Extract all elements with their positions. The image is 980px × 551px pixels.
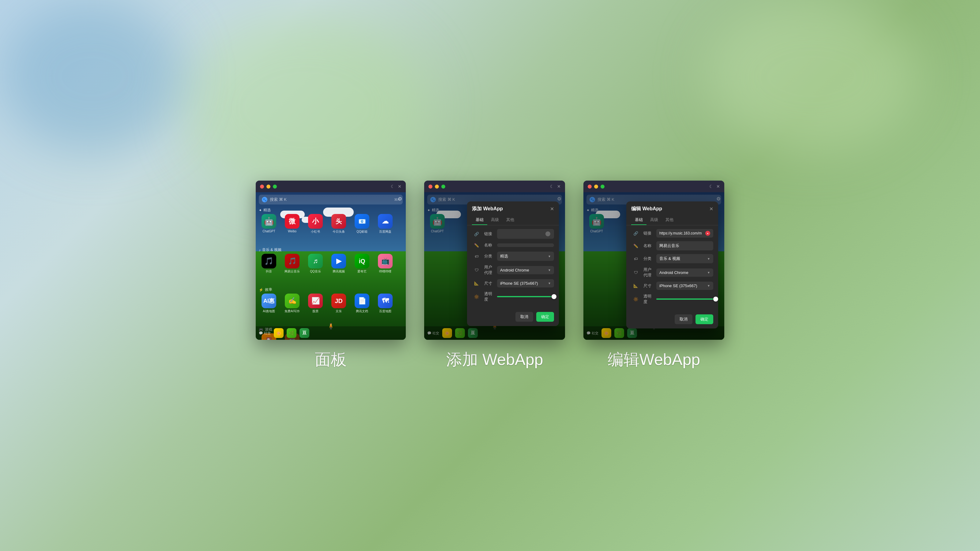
app-name-9: QQ音乐 (310, 269, 321, 274)
close-btn-1[interactable] (260, 184, 264, 189)
link-toggle-add[interactable] (540, 231, 551, 237)
edit-tab-other[interactable]: 其他 (662, 215, 677, 225)
opacity-fill-edit (656, 299, 713, 300)
panel-label-2: 添加 WebApp (446, 349, 543, 370)
app-grid-music-1: 🎵 抖音 🎵 网易云音乐 ♬ QQ音乐 ▶ (256, 254, 406, 274)
add-confirm-button[interactable]: 确定 (536, 312, 554, 322)
panel-2-wrapper: ☾ ✕ 🐾 搜索 ⌘ K ⚙ ✦ 精选 (424, 181, 565, 370)
app-name-15: 股票 (312, 309, 318, 313)
size-arrow-add: ▼ (548, 282, 551, 285)
size-value-add: iPhone SE (375x667) (500, 281, 538, 286)
link-input-add[interactable] (497, 229, 554, 239)
edit-opacity-row: 🔆 透明度 (631, 294, 713, 305)
app-name-14: 免费AI写作 (285, 309, 299, 313)
list-item[interactable]: ▶ 腾讯视频 (328, 254, 350, 274)
add-dialog-title: 添加 WebApp (472, 206, 503, 212)
add-dialog-tabs: 基础 高级 其他 (467, 215, 559, 225)
url-field-edit[interactable]: https://y.music.163.com/m ● (656, 229, 713, 238)
list-item[interactable]: 📈 股票 (305, 294, 326, 313)
ua-arrow-edit: ▼ (707, 271, 710, 274)
app-name-2: Weibo (288, 230, 296, 233)
size-select-add[interactable]: iPhone SE (375x667) ▼ (497, 279, 554, 287)
minimize-btn-2[interactable] (435, 184, 439, 189)
list-item[interactable]: 微 Weibo (282, 214, 303, 234)
list-item[interactable]: 📄 腾讯文档 (351, 294, 373, 313)
add-tab-advanced[interactable]: 高级 (487, 215, 503, 225)
app-icon-bili-1: 📺 (378, 254, 393, 268)
music-icon-1: ♪ (259, 248, 261, 252)
opacity-thumb-edit[interactable] (713, 297, 718, 302)
maximize-btn-2[interactable] (441, 184, 445, 189)
list-item[interactable]: AI惠 AI惠地图 (258, 294, 280, 313)
add-dialog-close-button[interactable]: ✕ (550, 206, 554, 212)
opacity-icon-edit: 🔆 (631, 297, 640, 302)
list-item[interactable]: JD 京东 (328, 294, 350, 313)
search-bar-1[interactable]: 🐾 搜索 ⌘ K ⌘K (259, 195, 403, 205)
close-icon-1[interactable]: ✕ (398, 184, 401, 189)
close-btn-3[interactable] (588, 184, 592, 189)
category-select-edit[interactable]: 音乐 & 视频 ▼ (656, 254, 713, 263)
add-size-row: 📐 尺寸 iPhone SE (375x667) ▼ (472, 279, 554, 287)
size-select-edit[interactable]: iPhone SE (375x667) ▼ (656, 282, 713, 290)
window-content-3: 🐾 搜索 ⌘ K ⚙ ✦ 精选 🤖 ChatGPT (584, 192, 724, 340)
add-opacity-row: 🔆 透明度 (472, 291, 554, 302)
edit-cancel-button[interactable]: 取消 (675, 314, 692, 324)
close-icon-3[interactable]: ✕ (716, 184, 720, 189)
list-item[interactable]: 📧 QQ邮箱 (351, 214, 373, 234)
dock-app-1[interactable]: 🌼 (274, 328, 283, 338)
size-arrow-edit: ▼ (707, 284, 710, 287)
main-container: ☾ ✕ 🐾 搜索 ⌘ K ⌘K ⚙ (256, 181, 724, 370)
section-efficiency-1: ⚡ 效率 AI惠 AI惠地图 ✍ 免费AI写作 📈 (256, 287, 406, 313)
list-item[interactable]: 🗺 百度地图 (375, 294, 396, 313)
app-icon-tv-1: ▶ (331, 254, 346, 268)
app-icon-stock-1: 📈 (308, 294, 323, 308)
url-clear-icon-edit[interactable]: ● (705, 231, 710, 236)
name-icon-add: ✏️ (472, 243, 481, 248)
minimize-btn-3[interactable] (594, 184, 598, 189)
settings-icon-1[interactable]: ⚙ (398, 196, 402, 202)
edit-dialog-close-button[interactable]: ✕ (709, 206, 713, 212)
add-tab-basic[interactable]: 基础 (472, 215, 487, 225)
efficiency-label-1: 效率 (265, 287, 272, 292)
ua-select-edit[interactable]: Android Chrome ▼ (656, 268, 713, 277)
app-name-8: 网易云音乐 (285, 269, 300, 274)
opacity-label-edit: 透明度 (643, 294, 653, 305)
app-icon-qqm-1: ♬ (308, 254, 323, 268)
list-item[interactable]: ♬ QQ音乐 (305, 254, 326, 274)
list-item[interactable]: iQ 爱奇艺 (351, 254, 373, 274)
maximize-btn-3[interactable] (601, 184, 605, 189)
edit-confirm-button[interactable]: 确定 (695, 314, 713, 324)
app-name-5: QQ邮箱 (356, 230, 368, 234)
app-name-17: 腾讯文档 (356, 309, 368, 313)
dock-app-2[interactable]: 🌿 (286, 328, 296, 338)
list-item[interactable]: ✍ 免费AI写作 (282, 294, 303, 313)
maximize-btn-1[interactable] (273, 184, 277, 189)
opacity-thumb-add[interactable] (552, 294, 557, 299)
add-tab-other[interactable]: 其他 (503, 215, 518, 225)
edit-tab-advanced[interactable]: 高级 (646, 215, 662, 225)
app-icon-weibo-1: 微 (285, 214, 299, 229)
list-item[interactable]: 小 小红书 (305, 214, 326, 234)
name-input-add[interactable] (497, 243, 554, 247)
dock-app-3[interactable]: 豆 (299, 328, 309, 338)
minimize-btn-1[interactable] (266, 184, 270, 189)
opacity-slider-edit[interactable] (656, 299, 713, 300)
opacity-slider-add[interactable] (497, 296, 554, 297)
name-input-edit[interactable]: 网易云音乐 (656, 241, 713, 250)
add-cancel-button[interactable]: 取消 (515, 312, 533, 322)
close-icon-2[interactable]: ✕ (557, 184, 561, 189)
dock-social-label-1: 💬 社交 (259, 331, 271, 335)
list-item[interactable]: 🎵 网易云音乐 (282, 254, 303, 274)
ua-select-add[interactable]: Android Chrome ▼ (497, 266, 554, 274)
list-item[interactable]: 🤖 ChatGPT (258, 214, 280, 234)
moon-icon-2: ☾ (550, 184, 554, 189)
close-btn-2[interactable] (428, 184, 433, 189)
opacity-fill-add (497, 296, 551, 297)
category-select-add[interactable]: 精选 ▼ (497, 252, 554, 261)
edit-tab-basic[interactable]: 基础 (631, 215, 646, 225)
list-item[interactable]: 🎵 抖音 (258, 254, 280, 274)
panel-label-1: 面板 (315, 349, 347, 370)
list-item[interactable]: 📺 哔哩哔哩 (375, 254, 396, 274)
list-item[interactable]: 头 今日头条 (328, 214, 350, 234)
list-item[interactable]: ☁ 百度网盘 (375, 214, 396, 234)
